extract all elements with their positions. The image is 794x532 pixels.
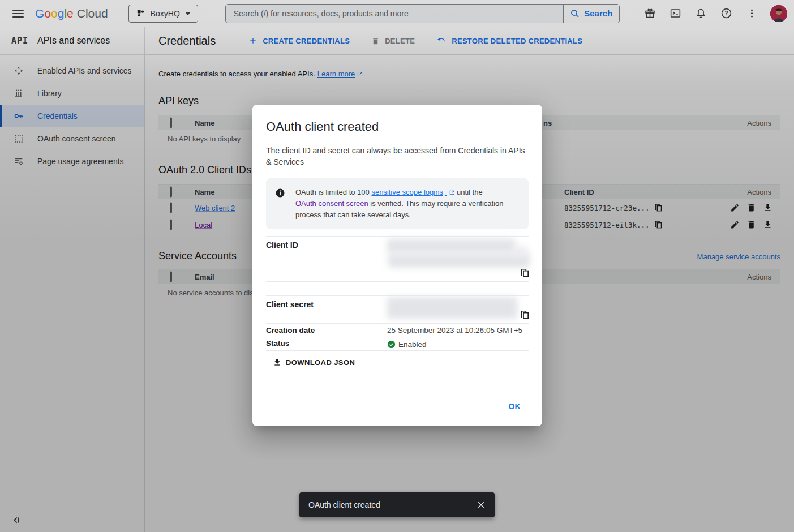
project-picker-button[interactable]: BoxyHQ xyxy=(128,5,198,23)
page-title: Credentials xyxy=(158,35,216,48)
edit-icon[interactable] xyxy=(730,203,740,212)
chevron-down-icon xyxy=(185,12,191,15)
dialog-fields: Client ID Client secret xyxy=(266,236,529,367)
google-cloud-console: Google Cloud BoxyHQ Search xyxy=(0,0,794,532)
sidebar-item-label: Credentials xyxy=(37,111,78,121)
row-checkbox[interactable] xyxy=(170,202,172,213)
gifts-button[interactable] xyxy=(638,2,661,25)
copy-icon[interactable] xyxy=(520,310,530,320)
api-product-icon: API xyxy=(11,36,28,46)
redacted-blur xyxy=(388,254,530,268)
delete-button[interactable]: DELETE xyxy=(371,37,415,45)
creation-date-value: 25 September 2023 at 10:26:05 GMT+5 xyxy=(387,324,529,337)
column-header-name: Name xyxy=(195,118,214,127)
client-secret-label: Client secret xyxy=(266,296,387,323)
status-value: Enabled xyxy=(387,337,529,350)
enabled-apis-icon xyxy=(14,66,24,76)
column-header-fragment: ns xyxy=(543,118,552,127)
global-search: Search xyxy=(225,4,620,23)
consent-screen-icon xyxy=(14,134,24,144)
intro-text: Create credentials to access your enable… xyxy=(158,70,780,78)
cloud-logo-text: Cloud xyxy=(77,7,108,20)
select-all-checkbox[interactable] xyxy=(170,271,172,282)
copy-icon[interactable] xyxy=(654,203,663,212)
close-toast-button[interactable] xyxy=(471,495,491,515)
notifications-button[interactable] xyxy=(689,2,712,25)
column-header-name: Name xyxy=(195,187,214,196)
sidebar-item-page-usage[interactable]: Page usage agreements xyxy=(0,150,144,173)
sensitive-scope-logins-label: sensitive scope logins xyxy=(371,187,443,198)
client-name-link[interactable]: Web client 2 xyxy=(195,203,235,212)
client-secret-value-redacted xyxy=(387,296,529,323)
sensitive-scope-logins-link[interactable]: sensitive scope logins xyxy=(371,187,454,198)
gift-icon xyxy=(644,7,656,19)
cloud-shell-button[interactable] xyxy=(664,2,686,25)
edit-icon[interactable] xyxy=(730,220,740,229)
external-link-icon xyxy=(357,71,363,78)
sidebar-item-label: OAuth consent screen xyxy=(37,134,116,143)
client-id-row: Client ID xyxy=(266,236,529,281)
top-bar: Google Cloud BoxyHQ Search xyxy=(0,0,794,27)
download-icon[interactable] xyxy=(763,220,772,229)
delete-icon[interactable] xyxy=(746,203,756,212)
client-id-label: Client ID xyxy=(266,237,387,281)
project-name: BoxyHQ xyxy=(151,9,180,18)
dialog-subtitle: The client ID and secret can always be a… xyxy=(266,145,529,168)
trash-icon xyxy=(371,37,380,45)
delete-label: DELETE xyxy=(385,37,415,45)
google-logo-text: Google xyxy=(35,7,74,20)
sidebar-item-credentials[interactable]: Credentials xyxy=(0,105,144,127)
delete-icon[interactable] xyxy=(746,220,756,229)
library-icon xyxy=(14,88,24,98)
create-credentials-button[interactable]: CREATE CREDENTIALS xyxy=(248,36,350,45)
download-json-button[interactable]: DOWNLOAD JSON xyxy=(273,358,355,367)
copy-icon[interactable] xyxy=(520,268,530,278)
sidebar-item-library[interactable]: Library xyxy=(0,82,144,105)
sidebar-item-label: Enabled APIs and services xyxy=(37,66,132,75)
menu-button[interactable] xyxy=(7,2,29,25)
sidebar-item-label: Library xyxy=(37,89,62,98)
search-input[interactable] xyxy=(226,5,563,23)
svg-text:?: ? xyxy=(724,10,728,16)
oauth-client-created-dialog: OAuth client created The client ID and s… xyxy=(252,105,542,426)
overflow-menu-button[interactable] xyxy=(740,2,763,25)
sidebar-item-label: Page usage agreements xyxy=(37,157,124,166)
avatar[interactable] xyxy=(770,5,787,22)
undo-icon xyxy=(436,36,447,46)
toast-message: OAuth client created xyxy=(308,500,380,509)
redacted-blur xyxy=(512,246,527,256)
column-header-actions: Actions xyxy=(747,187,771,196)
sidebar: API APIs and services Enabled APIs and s… xyxy=(0,27,145,532)
google-cloud-logo[interactable]: Google Cloud xyxy=(35,7,108,20)
client-name-link[interactable]: Local xyxy=(195,220,212,229)
search-button[interactable]: Search xyxy=(563,5,619,23)
notice-text: OAuth is limited to 100 sensitive scope … xyxy=(295,187,520,221)
collapse-sidebar-button[interactable] xyxy=(11,515,22,525)
download-icon[interactable] xyxy=(763,203,772,212)
learn-more-label: Learn more xyxy=(317,70,355,78)
restore-deleted-credentials-button[interactable]: RESTORE DELETED CREDENTIALS xyxy=(436,36,582,46)
row-checkbox[interactable] xyxy=(170,219,172,230)
download-row: DOWNLOAD JSON xyxy=(266,350,529,367)
download-json-label: DOWNLOAD JSON xyxy=(286,358,355,367)
oauth-consent-screen-link[interactable]: OAuth consent screen xyxy=(295,198,368,209)
search-icon xyxy=(570,8,580,19)
agreements-icon xyxy=(14,156,24,166)
select-all-checkbox[interactable] xyxy=(170,186,172,197)
sidebar-item-oauth-consent[interactable]: OAuth consent screen xyxy=(0,127,144,150)
ok-button[interactable]: OK xyxy=(500,397,529,416)
external-link-icon xyxy=(449,190,455,196)
empty-state-text: No API keys to display xyxy=(168,134,241,143)
manage-service-accounts-link[interactable]: Manage service accounts xyxy=(697,252,780,261)
redacted-blur xyxy=(387,297,517,319)
select-all-checkbox[interactable] xyxy=(170,117,172,128)
create-credentials-label: CREATE CREDENTIALS xyxy=(263,37,350,45)
copy-icon[interactable] xyxy=(654,220,663,229)
verification-notice: OAuth is limited to 100 sensitive scope … xyxy=(266,178,529,229)
learn-more-link[interactable]: Learn more xyxy=(317,70,363,78)
creation-date-label: Creation date xyxy=(266,324,387,337)
help-button[interactable]: ? xyxy=(715,2,737,25)
client-id-value: 83255951712-cr23e... xyxy=(564,203,650,212)
sidebar-item-enabled-apis[interactable]: Enabled APIs and services xyxy=(0,59,144,82)
column-header-actions: Actions xyxy=(747,272,771,281)
